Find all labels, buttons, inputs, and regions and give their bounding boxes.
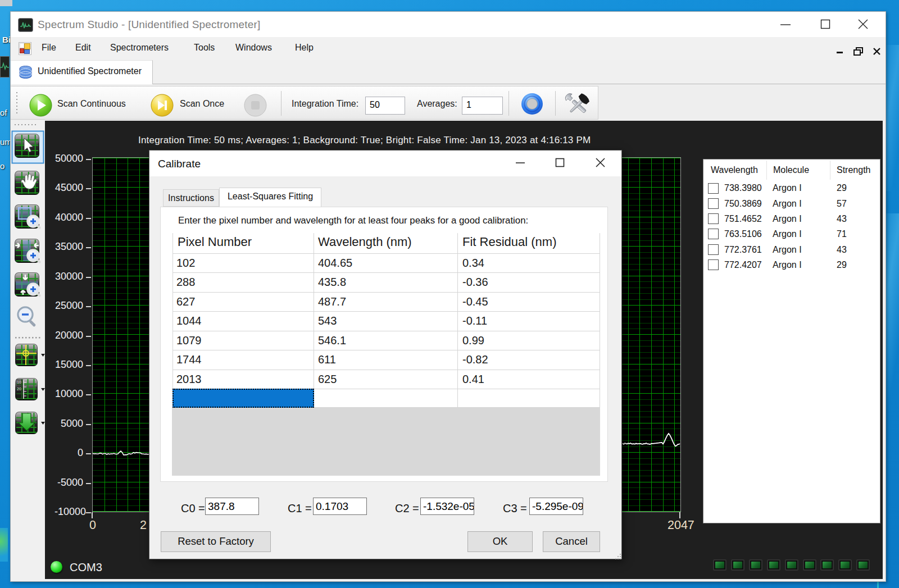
svg-text:10: 10: [17, 380, 21, 384]
svg-text:20: 20: [17, 387, 21, 391]
